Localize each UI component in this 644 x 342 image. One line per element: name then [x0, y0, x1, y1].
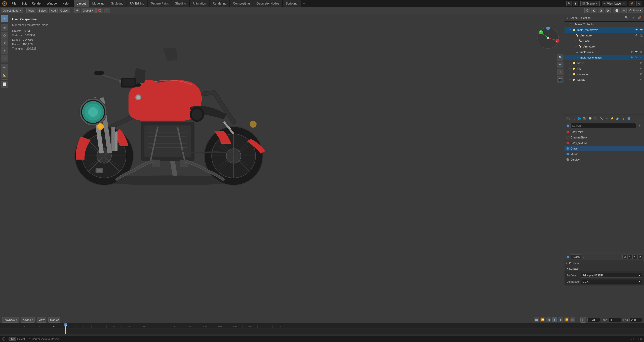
outliner-collision-coll[interactable]: ▸ 📁 Collision 👁	[565, 71, 644, 77]
tab-compositing[interactable]: Compositing	[230, 0, 253, 7]
keying-menu-btn[interactable]: Keying ▾	[21, 317, 35, 323]
viewport-shading-render[interactable]: ◕	[605, 8, 611, 13]
add-workspace-button[interactable]: +	[301, 2, 307, 6]
props-scene-icon[interactable]: 🎬	[582, 116, 587, 121]
render-col-btn[interactable]: 📷	[639, 28, 643, 32]
material-chromeblack[interactable]: ChromeBlack	[565, 135, 644, 140]
outliner-filter-btn[interactable]: ⚙	[630, 15, 635, 20]
add-menu-btn[interactable]: Add	[49, 8, 58, 13]
outliner-armature-parent[interactable]: ▾ 🦴 Armature 👁 📷	[565, 33, 644, 38]
select-menu-btn[interactable]: Select	[37, 8, 48, 13]
shader-unlink-btn[interactable]: ⚙	[637, 255, 642, 259]
overlay-btn[interactable]: ⬤	[614, 8, 620, 13]
glass-render-btn[interactable]: 📷	[634, 56, 638, 60]
mesh-coll-view-btn[interactable]: 👁	[639, 61, 643, 65]
moto-render-btn[interactable]: 📷	[634, 50, 638, 54]
play-btn[interactable]: ▶	[552, 317, 557, 322]
ggx-dropdown[interactable]: GGX ▾	[581, 279, 642, 284]
surface-section-toggle[interactable]: ▾ Surface	[565, 266, 644, 271]
arm-render-btn[interactable]: 📷	[639, 33, 643, 37]
tab-animation[interactable]: Animation	[190, 0, 209, 7]
outliner-scene-collection[interactable]: ▾ 🗂 Scene Collection	[565, 22, 644, 27]
view-layer-selector[interactable]: 👁 View Layer ▼	[602, 1, 627, 6]
props-constraints-icon[interactable]: 🔗	[615, 116, 620, 121]
material-body-texture[interactable]: Body_texture	[565, 140, 644, 146]
shader-new-btn[interactable]: +	[627, 255, 632, 259]
props-particles-icon[interactable]: ✦	[604, 116, 609, 121]
view-col-btn[interactable]: 👁	[634, 28, 638, 32]
props-viewlayer-icon[interactable]: 🌐	[577, 116, 582, 121]
material-bodypaint[interactable]: BodyPaint	[565, 129, 644, 135]
tab-modeling[interactable]: Modeling	[89, 0, 108, 7]
moto-view-btn[interactable]: 👁	[630, 50, 634, 54]
tab-layout[interactable]: Layout	[74, 0, 89, 7]
jump-end-btn[interactable]: ⏭	[570, 317, 575, 322]
select-tool-btn[interactable]: ↖	[1, 15, 8, 22]
outliner-armature-child[interactable]: ▸ 🦴 Armature	[565, 44, 644, 49]
prev-keyframe-btn[interactable]: ⏪	[540, 317, 545, 322]
transform-tool-btn[interactable]: ⤡	[1, 55, 8, 62]
prev-frame-btn[interactable]: ◀	[546, 317, 551, 322]
principled-bsdf-dropdown[interactable]: Principled BSDF ▾	[581, 273, 642, 278]
material-filter-btn[interactable]: ⚙	[637, 123, 642, 128]
tab-uv-editing[interactable]: UV Editing	[127, 0, 147, 7]
preview-section-toggle[interactable]: ▸ Preview	[565, 260, 644, 266]
props-physics-icon[interactable]: ⚡	[610, 116, 615, 121]
options-btn[interactable]: Options ▾	[628, 8, 643, 13]
tab-rendering[interactable]: Rendering	[210, 0, 229, 7]
props-material-icon[interactable]: ⬤	[626, 116, 631, 121]
arm-view-btn[interactable]: 👁	[634, 33, 638, 37]
measure-tool-btn[interactable]: 📐	[1, 71, 8, 78]
tab-texture-paint[interactable]: Texture Paint	[148, 0, 172, 7]
blender-logo[interactable]	[0, 0, 9, 7]
zoom-out-btn[interactable]: 🔍	[557, 62, 564, 68]
walk-nav-btn[interactable]: 🚶	[557, 69, 564, 75]
pin-button[interactable]: 📌	[629, 1, 634, 6]
rotate-tool-btn[interactable]: ↻	[1, 39, 8, 46]
props-output-icon[interactable]: 🖨	[571, 116, 576, 121]
material-mirror[interactable]: Mirror	[565, 151, 644, 157]
next-keyframe-btn[interactable]: ⏩	[564, 317, 569, 322]
viewport-shading-wire[interactable]: ⬡	[584, 8, 590, 13]
menu-window[interactable]: Window	[44, 0, 60, 7]
annotate-tool-btn[interactable]: ✏	[1, 64, 8, 71]
shader-delete-btn[interactable]: ✕	[632, 255, 637, 259]
jump-start-btn[interactable]: ⏮	[534, 317, 539, 322]
global-orient-dropdown[interactable]: Global ▼	[81, 8, 96, 13]
gizmo-btn[interactable]: ✛	[621, 8, 627, 13]
glass-sel-btn[interactable]: ⊙	[639, 56, 643, 60]
timeline-view-btn[interactable]: View	[37, 317, 46, 323]
snap-btn[interactable]: 🧲	[96, 8, 103, 13]
tab-sculpting[interactable]: Sculpting	[108, 0, 127, 7]
rig-view-btn[interactable]: 👁	[639, 67, 643, 71]
viewport-shading-material[interactable]: ◑	[598, 8, 604, 13]
props-object-icon[interactable]: ⬛	[593, 116, 598, 121]
extras-view-btn[interactable]: 👁	[639, 78, 643, 82]
next-frame-btn[interactable]: ▶	[558, 317, 563, 322]
col-view-btn[interactable]: 👁	[639, 72, 643, 76]
object-mode-dropdown[interactable]: Object Mode ▼	[1, 8, 23, 13]
tab-geometry-nodes[interactable]: Geometry Nodes	[253, 0, 282, 7]
outliner-motorcycle-mesh[interactable]: ▸ ▲ motorcycle 👁 📷 ⊙	[565, 49, 644, 55]
outliner-search-btn[interactable]: 🔍	[624, 15, 629, 20]
props-world-icon[interactable]: 🌍	[588, 116, 593, 121]
menu-edit[interactable]: Edit	[19, 0, 29, 7]
scene-selector[interactable]: 🎬 Scene ▼	[580, 1, 600, 6]
add-cube-btn[interactable]: ⬜	[1, 81, 8, 88]
view-menu-btn[interactable]: View	[26, 8, 36, 13]
scale-tool-btn[interactable]: ⤢	[1, 47, 8, 54]
proportional-edit-btn[interactable]: ⊙	[104, 8, 110, 13]
material-display[interactable]: Display	[565, 157, 644, 162]
props-modifier-icon[interactable]: 🔧	[599, 116, 604, 121]
menu-render[interactable]: Render	[29, 0, 44, 7]
zoom-in-btn[interactable]: 🔍	[557, 54, 564, 61]
outliner-glass-mesh[interactable]: ▸ ▲ motorcycle_glass 👁 📷 ⊙	[565, 55, 644, 60]
props-render-icon[interactable]: 📷	[566, 116, 571, 121]
marker-btn[interactable]: Marker	[48, 317, 60, 323]
outliner-main-motorcycle[interactable]: ▾ 📁 main_motorcycle 👁 📷	[565, 27, 644, 33]
camera-btn[interactable]: 📷	[557, 76, 564, 83]
tab-scripting[interactable]: Scripting	[283, 0, 301, 7]
current-frame-input[interactable]	[587, 318, 600, 322]
object-menu-btn[interactable]: Object	[59, 8, 70, 13]
navigation-gizmo[interactable]: X Y Z	[537, 27, 559, 49]
